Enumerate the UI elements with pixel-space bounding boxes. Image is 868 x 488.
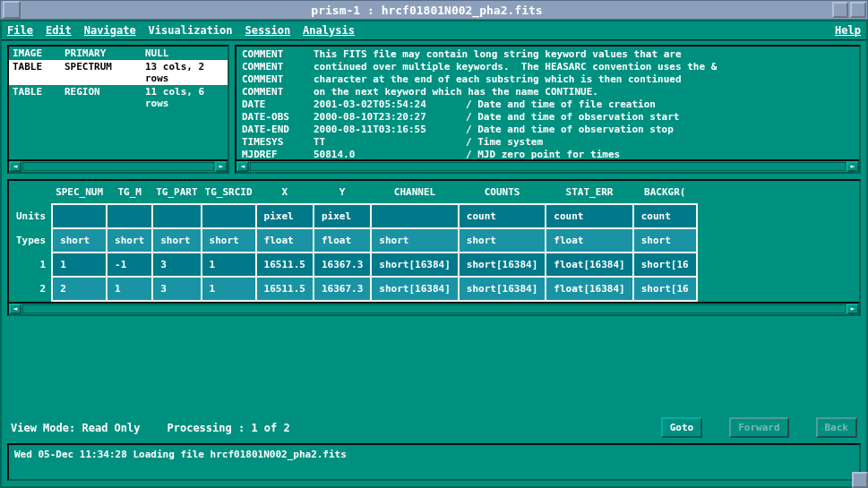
table-cell[interactable]: 3 [152,253,201,277]
table-cell[interactable] [107,204,152,228]
table-cell[interactable]: float [546,228,632,253]
table-cell[interactable] [202,204,256,228]
resize-handle-icon[interactable] [852,472,868,488]
row-header: Types [9,228,52,253]
data-table-panel: SPEC_NUMTG_MTG_PARTTG_SRCIDXYCHANNELCOUN… [7,179,861,316]
processing-label: Processing : 1 of 2 [168,422,290,434]
column-header[interactable]: TG_SRCID [202,181,256,204]
table-cell[interactable] [371,204,458,228]
scroll-track[interactable] [22,304,846,313]
extension-header-row: IMAGE PRIMARY NULL [9,47,228,60]
window-maximize-icon[interactable] [850,2,866,18]
column-header[interactable]: Y [314,181,371,204]
table-cell[interactable]: 1 [107,277,152,301]
table-cell[interactable]: 2 [52,277,107,301]
back-button[interactable]: Back [816,417,858,438]
table-hscroll[interactable]: ◄ ► [9,302,859,314]
column-header[interactable]: CHANNEL [371,181,458,204]
menu-visualization[interactable]: Visualization [149,24,233,37]
titlebar[interactable]: prism-1 : hrcf01801N002_pha2.fits [0,0,868,20]
menu-navigate[interactable]: Navigate [84,24,136,37]
menu-help[interactable]: Help [835,24,861,37]
column-header[interactable]: BACKGR( [633,181,697,204]
table-cell[interactable]: short[16384] [371,253,458,277]
status-bar: View Mode: Read Only Processing : 1 of 2… [2,414,866,441]
scroll-right-icon[interactable]: ► [847,161,859,172]
table-cell[interactable] [152,204,201,228]
table-cell[interactable]: pixel [314,204,371,228]
table-cell[interactable]: short [202,228,256,253]
column-header[interactable]: COUNTS [459,181,546,204]
goto-button[interactable]: Goto [661,417,703,438]
menu-file[interactable]: File [7,24,33,37]
table-cell[interactable]: short [152,228,201,253]
table-cell[interactable]: 16511.5 [256,253,314,277]
data-table: SPEC_NUMTG_MTG_PARTTG_SRCIDXYCHANNELCOUN… [9,181,698,302]
table-cell[interactable]: short [371,228,458,253]
log-line: Wed 05-Dec 11:34:28 Loading file hrcf018… [14,449,854,460]
table-cell[interactable]: float[16384] [546,277,632,301]
scroll-track[interactable] [22,162,214,171]
table-cell[interactable]: short[16384] [459,277,546,301]
table-cell[interactable]: count [546,204,632,228]
scroll-track[interactable] [250,162,846,171]
table-cell[interactable]: short [459,228,546,253]
extension-row-region[interactable]: TABLE REGION 11 cols, 6 rows [9,85,228,110]
table-cell[interactable]: float [256,228,314,253]
table-cell[interactable]: short[16 [633,253,697,277]
table-cell[interactable]: 16511.5 [256,277,314,301]
row-header: 1 [9,253,52,277]
column-header[interactable]: STAT_ERR [546,181,632,204]
row-header: 2 [9,277,52,301]
fits-header-panel: COMMENTThis FITS file may contain long s… [235,45,861,174]
table-cell[interactable]: short [52,228,107,253]
table-cell[interactable]: short [107,228,152,253]
extension-row-spectrum[interactable]: TABLE SPECTRUM 13 cols, 2 rows [9,60,228,85]
extension-list-panel: IMAGE PRIMARY NULL TABLE SPECTRUM 13 col… [7,45,229,174]
column-header[interactable]: X [256,181,314,204]
table-cell[interactable]: -1 [107,253,152,277]
scroll-left-icon[interactable]: ◄ [9,161,21,172]
table-cell[interactable]: 16367.3 [314,277,371,301]
table-cell[interactable]: 1 [202,277,256,301]
menu-session[interactable]: Session [245,24,291,37]
table-cell[interactable]: short[16384] [459,253,546,277]
table-cell[interactable]: 16367.3 [314,253,371,277]
view-mode-label: View Mode: Read Only [11,422,141,434]
scroll-left-icon[interactable]: ◄ [236,161,249,172]
table-cell[interactable]: 1 [202,253,256,277]
scroll-right-icon[interactable]: ► [847,304,859,314]
log-panel: Wed 05-Dec 11:34:28 Loading file hrcf018… [7,443,861,481]
menu-edit[interactable]: Edit [46,24,72,37]
table-cell[interactable]: short [633,228,697,253]
forward-button[interactable]: Forward [729,417,788,438]
row-header: Units [9,204,52,228]
table-cell[interactable]: pixel [256,204,314,228]
menu-analysis[interactable]: Analysis [303,24,355,37]
table-cell[interactable]: short[16384] [371,277,458,301]
table-cell[interactable]: count [633,204,697,228]
table-cell[interactable]: 1 [52,253,107,277]
window-minimize-icon[interactable] [832,2,848,18]
table-cell[interactable]: count [459,204,546,228]
header-hscroll[interactable]: ◄ ► [236,159,859,172]
extension-hscroll[interactable]: ◄ ► [9,159,228,172]
table-cell[interactable]: float[16384] [546,253,632,277]
table-cell[interactable]: float [314,228,371,253]
column-header[interactable]: TG_PART [152,181,201,204]
table-cell[interactable]: 3 [152,277,201,301]
table-cell[interactable] [52,204,107,228]
column-header[interactable]: SPEC_NUM [52,181,107,204]
scroll-right-icon[interactable]: ► [215,161,228,172]
window-menu-icon[interactable] [3,1,21,19]
scroll-left-icon[interactable]: ◄ [9,304,21,314]
fits-header-body[interactable]: COMMENTThis FITS file may contain long s… [236,47,859,159]
window-title: prism-1 : hrcf01801N002_pha2.fits [22,4,831,17]
table-cell[interactable]: short[16 [633,277,697,301]
menubar: File Edit Navigate Visualization Session… [2,21,866,41]
column-header[interactable]: TG_M [107,181,152,204]
